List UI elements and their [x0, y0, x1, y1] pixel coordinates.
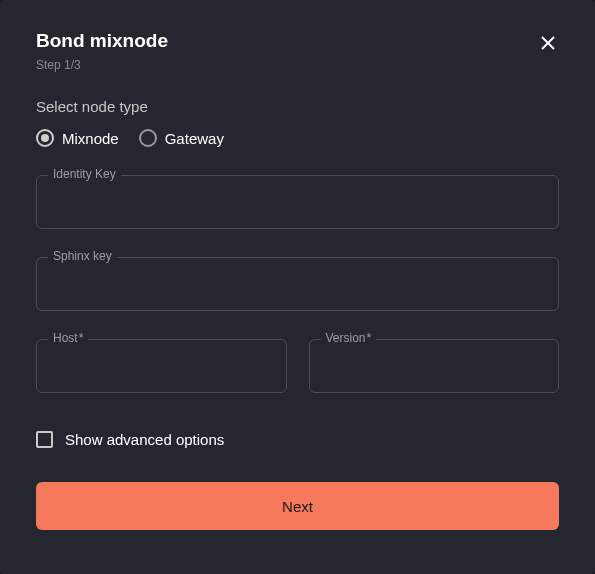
- version-input[interactable]: [309, 339, 560, 393]
- close-button[interactable]: [537, 32, 559, 54]
- advanced-options-label: Show advanced options: [65, 431, 224, 448]
- identity-key-label: Identity Key: [48, 167, 121, 181]
- advanced-options-toggle[interactable]: Show advanced options: [36, 431, 559, 448]
- sphinx-key-input[interactable]: [36, 257, 559, 311]
- version-label: Version*: [321, 331, 377, 345]
- sphinx-key-label: Sphinx key: [48, 249, 117, 263]
- identity-key-input[interactable]: [36, 175, 559, 229]
- node-type-label: Select node type: [36, 98, 559, 115]
- host-label: Host*: [48, 331, 88, 345]
- step-indicator: Step 1/3: [36, 58, 168, 72]
- form-fields: Identity Key Sphinx key Host* Version*: [36, 175, 559, 393]
- close-icon: [540, 35, 556, 51]
- required-asterisk: *: [79, 331, 84, 345]
- identity-key-field: Identity Key: [36, 175, 559, 229]
- bond-mixnode-dialog: Bond mixnode Step 1/3 Select node type M…: [0, 0, 595, 574]
- dialog-title: Bond mixnode: [36, 30, 168, 52]
- radio-unchecked-icon: [139, 129, 157, 147]
- header-text: Bond mixnode Step 1/3: [36, 30, 168, 72]
- radio-mixnode-label: Mixnode: [62, 130, 119, 147]
- required-asterisk: *: [367, 331, 372, 345]
- node-type-radio-group: Mixnode Gateway: [36, 129, 559, 147]
- radio-mixnode[interactable]: Mixnode: [36, 129, 119, 147]
- radio-gateway-label: Gateway: [165, 130, 224, 147]
- radio-checked-icon: [36, 129, 54, 147]
- host-field: Host*: [36, 339, 287, 393]
- next-button[interactable]: Next: [36, 482, 559, 530]
- dialog-header: Bond mixnode Step 1/3: [36, 30, 559, 72]
- host-input[interactable]: [36, 339, 287, 393]
- host-version-row: Host* Version*: [36, 339, 559, 393]
- checkbox-unchecked-icon: [36, 431, 53, 448]
- radio-gateway[interactable]: Gateway: [139, 129, 224, 147]
- sphinx-key-field: Sphinx key: [36, 257, 559, 311]
- version-field: Version*: [309, 339, 560, 393]
